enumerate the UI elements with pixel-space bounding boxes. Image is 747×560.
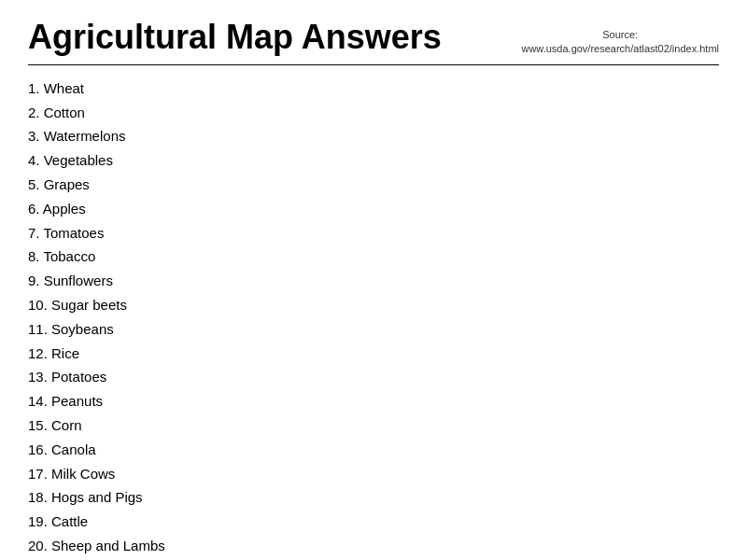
list-item: 7. Tomatoes [28, 221, 719, 245]
list-item: 5. Grapes [28, 173, 719, 197]
page: Agricultural Map Answers Source: www.usd… [0, 0, 747, 560]
list-item: 12. Rice [28, 342, 719, 366]
divider [28, 64, 719, 65]
list-item: 16. Canola [28, 438, 719, 462]
source-block: Source: www.usda.gov/research/atlast02/i… [521, 19, 719, 57]
list-item: 4. Vegetables [28, 148, 719, 173]
header: Agricultural Map Answers Source: www.usd… [28, 19, 719, 57]
list-item: 18. Hogs and Pigs [28, 485, 719, 510]
list-item: 15. Corn [28, 413, 719, 438]
list-item: 13. Potatoes [28, 365, 719, 389]
list-item: 8. Tobacco [28, 245, 719, 269]
list-item: 2. Cotton [28, 101, 719, 125]
items-list: 1. Wheat2. Cotton3. Watermelons4. Vegeta… [28, 77, 719, 558]
list-item: 20. Sheep and Lambs [28, 534, 719, 558]
list-item: 14. Peanuts [28, 389, 719, 413]
list-item: 9. Sunflowers [28, 269, 719, 293]
page-title: Agricultural Map Answers [28, 19, 442, 56]
list-item: 3. Watermelons [28, 124, 719, 148]
list-item: 17. Milk Cows [28, 462, 719, 486]
list-item: 19. Cattle [28, 510, 719, 534]
source-url: www.usda.gov/research/atlast02/index.htm… [521, 43, 719, 54]
list-item: 10. Sugar beets [28, 293, 719, 317]
source-label: Source: [602, 29, 638, 40]
list-item: 11. Soybeans [28, 317, 719, 342]
list-item: 6. Apples [28, 197, 719, 221]
list-item: 1. Wheat [28, 77, 719, 101]
